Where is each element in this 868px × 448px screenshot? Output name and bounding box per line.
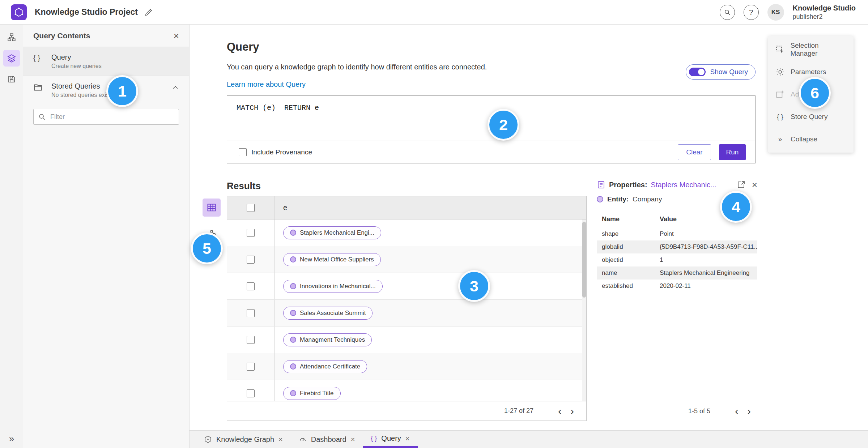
pagination-range: 1-5 of 5 — [688, 408, 710, 415]
toggle-knob — [698, 69, 705, 75]
next-page-button[interactable]: › — [743, 406, 755, 417]
tab-query[interactable]: { } Query × — [363, 431, 417, 448]
property-row: established2020-02-11 — [597, 280, 757, 293]
previous-page-button[interactable]: ‹ — [731, 406, 743, 417]
panel-title: Query Contents — [33, 31, 90, 40]
include-provenance-option[interactable]: Include Provenance — [239, 148, 312, 156]
table-row: Sales Associate Summit — [227, 300, 586, 327]
provenance-label: Include Provenance — [251, 148, 312, 156]
close-properties-button[interactable]: × — [752, 180, 757, 189]
save-rail-button[interactable] — [3, 71, 20, 88]
clear-button[interactable]: Clear — [678, 144, 711, 160]
table-row: Attendance Certificate — [227, 353, 586, 380]
add-to-map-icon — [775, 90, 785, 99]
close-tab-button[interactable]: × — [351, 436, 355, 443]
expand-icon: » — [9, 433, 14, 444]
row-checkbox[interactable] — [247, 389, 255, 397]
entity-pill[interactable]: Innovations in Mechanical... — [283, 280, 383, 293]
properties-pagination: 1-5 of 5 ‹ › — [688, 406, 755, 417]
row-checkbox[interactable] — [247, 256, 255, 264]
query-item-title: Query — [51, 53, 102, 61]
results-table-header: e — [227, 196, 586, 219]
entity-pill[interactable]: Sales Associate Summit — [283, 307, 373, 320]
vertical-scrollbar[interactable] — [582, 219, 586, 401]
entity-pill[interactable]: Managment Techniques — [283, 333, 372, 346]
learn-more-link[interactable]: Learn more about Query — [227, 80, 306, 89]
column-name: Name — [602, 216, 660, 223]
scrollbar-thumb[interactable] — [582, 222, 586, 298]
table-row: Managment Techniques — [227, 327, 586, 353]
left-icon-rail: » — [0, 25, 23, 448]
stored-queries-subtitle: No stored queries exist — [51, 92, 111, 98]
close-tab-button[interactable]: × — [405, 435, 410, 442]
add-to-selection-button[interactable] — [737, 180, 745, 189]
user-org: Knowledge Studio — [793, 4, 856, 13]
properties-table: Name Value shapePoint globalid{5D9B4713-… — [597, 213, 757, 293]
close-icon: × — [752, 179, 757, 190]
entity-pill[interactable]: Staplers Mechanical Engi... — [283, 226, 381, 239]
entity-link[interactable]: Staplers Mechanic... — [651, 181, 716, 189]
top-bar: Knowledge Studio Project ? KS Knowledge … — [0, 0, 868, 25]
stored-queries-title: Stored Queries — [51, 82, 111, 90]
layers-icon — [7, 54, 16, 63]
search-button[interactable] — [720, 5, 735, 20]
annotation-badge-3: 3 — [458, 270, 490, 302]
tools-item-selection-manager[interactable]: Selection Manager — [768, 38, 854, 61]
gear-icon — [775, 67, 785, 77]
close-panel-button[interactable]: × — [174, 31, 179, 40]
filter-field-wrap — [33, 109, 179, 125]
tab-knowledge-graph[interactable]: Knowledge Graph × — [196, 431, 291, 448]
data-model-rail-button[interactable] — [3, 29, 20, 46]
query-item-subtitle: Create new queries — [51, 63, 102, 69]
app-logo[interactable] — [11, 4, 27, 20]
avatar[interactable]: KS — [767, 4, 784, 21]
help-button[interactable]: ? — [744, 5, 759, 20]
row-checkbox[interactable] — [247, 336, 255, 344]
bottom-tab-bar: Knowledge Graph × Dashboard × { } Query … — [190, 430, 868, 448]
entity-pill[interactable]: New Metal Office Suppliers — [283, 253, 381, 266]
entity-dot-icon — [290, 337, 296, 343]
filter-input[interactable] — [33, 109, 179, 125]
previous-page-button[interactable]: ‹ — [554, 406, 566, 417]
table-icon — [207, 202, 217, 213]
close-tab-button[interactable]: × — [278, 436, 283, 443]
annotation-badge-4: 4 — [720, 191, 752, 223]
show-query-toggle[interactable]: Show Query — [686, 64, 756, 80]
property-row: shapePoint — [597, 227, 757, 240]
close-icon: × — [174, 30, 179, 41]
tab-dashboard[interactable]: Dashboard × — [291, 431, 363, 448]
toggle-switch — [689, 68, 706, 76]
main-content: Query You can query a knowledge graph to… — [190, 25, 868, 430]
row-checkbox[interactable] — [247, 309, 255, 317]
query-list-item[interactable]: { } Query Create new queries — [23, 47, 189, 76]
query-contents-header: Query Contents × — [23, 25, 189, 47]
tools-item-collapse[interactable]: » Collapse — [768, 128, 854, 150]
entity-pill[interactable]: Attendance Certificate — [283, 360, 367, 373]
expand-panel-button[interactable]: » — [0, 433, 23, 444]
next-page-button[interactable]: › — [566, 406, 578, 417]
layers-rail-button[interactable] — [3, 50, 20, 67]
properties-doc-icon — [597, 180, 605, 189]
tools-item-store-query[interactable]: { } Store Query — [768, 106, 854, 128]
annotation-badge-1: 1 — [106, 75, 138, 107]
results-pagination: 1-27 of 27 ‹ › — [227, 401, 586, 421]
row-checkbox[interactable] — [247, 282, 255, 290]
provenance-checkbox[interactable] — [239, 148, 247, 156]
add-to-selection-icon — [737, 180, 745, 189]
folder-icon — [33, 82, 45, 92]
results-table-body: Staplers Mechanical Engi... New Metal Of… — [227, 219, 586, 401]
results-section: Results e Staplers — [190, 163, 868, 421]
row-checkbox[interactable] — [247, 363, 255, 371]
select-all-checkbox[interactable] — [247, 204, 255, 212]
collapse-section-button[interactable] — [172, 82, 179, 91]
query-controls: Include Provenance Clear Run — [227, 141, 755, 163]
edit-title-button[interactable] — [144, 8, 153, 17]
entity-pill[interactable]: Firebird Title — [283, 387, 341, 400]
row-checkbox[interactable] — [247, 229, 255, 237]
table-view-button[interactable] — [203, 199, 221, 217]
entity-dot-icon — [290, 310, 296, 316]
user-info[interactable]: Knowledge Studio publisher2 — [793, 4, 857, 21]
save-icon — [7, 75, 16, 84]
entity-dot-icon — [290, 390, 296, 396]
run-button[interactable]: Run — [719, 144, 746, 160]
